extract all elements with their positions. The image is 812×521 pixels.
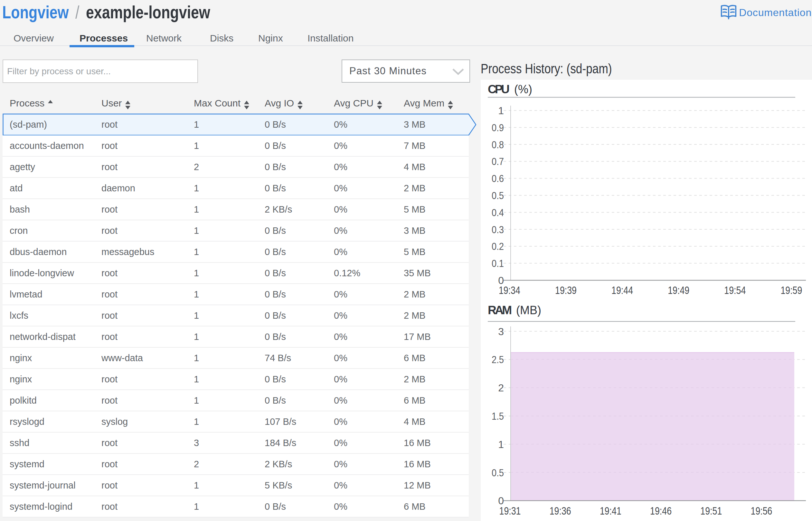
svg-text:19:59: 19:59	[781, 284, 802, 296]
svg-text:0.4: 0.4	[492, 207, 504, 218]
svg-text:2.5: 2.5	[492, 354, 504, 365]
svg-text:RAM: RAM	[488, 303, 512, 317]
svg-text:0.3: 0.3	[492, 224, 504, 235]
svg-text:CPU: CPU	[488, 83, 510, 96]
svg-text:19:49: 19:49	[668, 284, 689, 296]
svg-text:19:41: 19:41	[600, 505, 621, 517]
svg-text:19:56: 19:56	[751, 505, 772, 517]
svg-text:19:34: 19:34	[499, 284, 520, 296]
svg-text:2: 2	[498, 382, 504, 394]
svg-text:19:51: 19:51	[700, 505, 722, 517]
svg-text:1.5: 1.5	[492, 410, 504, 422]
svg-text:0.2: 0.2	[492, 241, 504, 252]
svg-text:0.7: 0.7	[492, 156, 504, 167]
svg-text:19:46: 19:46	[650, 505, 671, 517]
svg-text:(%): (%)	[514, 83, 532, 96]
svg-text:19:44: 19:44	[612, 284, 633, 296]
svg-text:0.9: 0.9	[492, 122, 504, 134]
svg-text:19:54: 19:54	[724, 284, 746, 296]
svg-text:0.8: 0.8	[492, 139, 504, 151]
svg-text:19:39: 19:39	[555, 284, 577, 296]
svg-text:3: 3	[498, 326, 504, 337]
svg-text:19:31: 19:31	[499, 505, 521, 517]
svg-text:0.6: 0.6	[492, 173, 504, 184]
svg-text:0.5: 0.5	[492, 190, 504, 201]
svg-text:(MB): (MB)	[516, 303, 541, 317]
svg-text:19:36: 19:36	[550, 505, 571, 517]
svg-text:1: 1	[498, 439, 504, 450]
svg-text:1: 1	[498, 105, 504, 116]
svg-text:0.5: 0.5	[492, 467, 504, 479]
svg-text:0.1: 0.1	[492, 257, 504, 269]
